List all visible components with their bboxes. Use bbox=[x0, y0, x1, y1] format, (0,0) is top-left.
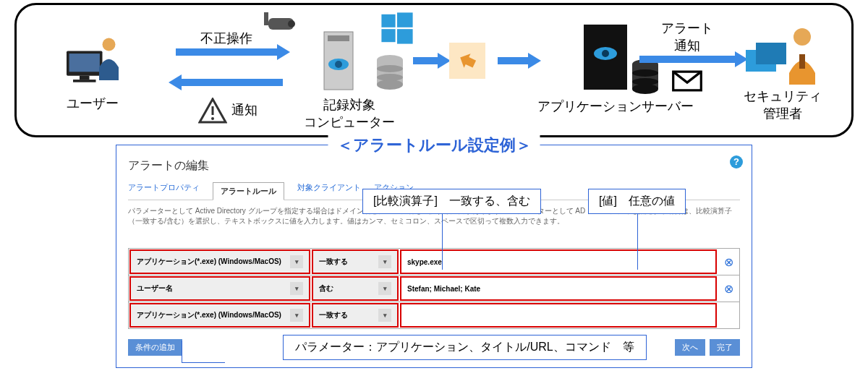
svg-rect-15 bbox=[328, 35, 349, 41]
node-user: ユーザー bbox=[60, 28, 125, 112]
done-button[interactable]: 完了 bbox=[710, 339, 740, 356]
user-icon bbox=[60, 28, 125, 93]
callout-value: [値] 任意の値 bbox=[588, 189, 686, 214]
svg-rect-11 bbox=[397, 12, 413, 27]
chevron-down-icon: ▾ bbox=[378, 255, 391, 268]
appserver-label: アプリケーションサーバー bbox=[537, 98, 694, 115]
warning-icon bbox=[198, 98, 227, 124]
callout-line bbox=[637, 212, 638, 270]
svg-point-20 bbox=[377, 80, 403, 90]
operator-select[interactable]: 一致する▾ bbox=[312, 303, 399, 328]
callout-operator: [比較演算子] 一致する、含む bbox=[362, 189, 541, 214]
callout-line bbox=[182, 362, 225, 363]
tab-properties[interactable]: アラートプロパティ bbox=[128, 182, 200, 195]
arrow-mid1 bbox=[407, 57, 443, 64]
svg-rect-3 bbox=[73, 80, 96, 82]
svg-rect-10 bbox=[381, 14, 395, 27]
operator-select[interactable]: 一致する▾ bbox=[312, 249, 399, 274]
chevron-down-icon: ▾ bbox=[290, 255, 303, 268]
callout-line bbox=[182, 341, 182, 362]
node-target-computer: 記録対象 コンピューター bbox=[299, 15, 400, 131]
svg-point-6 bbox=[211, 117, 214, 120]
rule-row: アプリケーション(*.exe) (Windows/MacOS)▾ 一致する▾ s… bbox=[129, 249, 739, 275]
param-select[interactable]: アプリケーション(*.exe) (Windows/MacOS)▾ bbox=[129, 249, 310, 274]
server-icon bbox=[580, 21, 631, 93]
editor-section: ＜アラートルール設定例＞ アラートの編集 ? アラートプロパティ アラートルール… bbox=[116, 145, 752, 368]
param-select[interactable]: アプリケーション(*.exe) (Windows/MacOS)▾ bbox=[129, 303, 310, 328]
windows-icon bbox=[380, 11, 414, 46]
user-label: ユーザー bbox=[67, 95, 119, 112]
chevron-down-icon: ▾ bbox=[378, 309, 391, 322]
value-input[interactable]: skype.exe bbox=[400, 249, 717, 274]
svg-point-25 bbox=[602, 50, 609, 57]
svg-rect-2 bbox=[80, 76, 90, 80]
value-input[interactable]: Stefan; Michael; Kate bbox=[400, 276, 717, 301]
mail-icon bbox=[671, 70, 703, 92]
svg-rect-12 bbox=[381, 29, 395, 42]
svg-rect-1 bbox=[69, 54, 100, 72]
arrow-notify bbox=[169, 79, 284, 86]
node-admin: セキュリティ 管理者 bbox=[743, 21, 822, 122]
chevron-down-icon: ▾ bbox=[290, 309, 303, 322]
param-select[interactable]: ユーザー名▾ bbox=[129, 276, 310, 301]
svg-rect-33 bbox=[756, 43, 786, 64]
svg-point-4 bbox=[103, 38, 116, 51]
relay-icon bbox=[449, 43, 485, 79]
delete-rule-button[interactable]: ⊗ bbox=[718, 275, 739, 302]
svg-rect-35 bbox=[799, 54, 805, 69]
svg-point-21 bbox=[377, 65, 403, 72]
editor-footer: 条件の追加 パラメーター：アプリケーション、タイトル/URL、コマンド 等 次へ… bbox=[128, 335, 740, 360]
flow-diagram: ユーザー 不正操作 通知 bbox=[14, 3, 854, 137]
svg-point-8 bbox=[288, 20, 295, 27]
computer-tower-icon bbox=[320, 28, 357, 93]
operator-select[interactable]: 含む▾ bbox=[312, 276, 399, 301]
svg-point-34 bbox=[793, 28, 811, 46]
database-icon bbox=[375, 54, 404, 90]
callout-parameter: パラメーター：アプリケーション、タイトル/URL、コマンド 等 bbox=[283, 335, 646, 360]
alert-editor-window: アラートの編集 ? アラートプロパティ アラートルール 対象クライアント アクシ… bbox=[116, 145, 752, 368]
tab-rules[interactable]: アラートルール bbox=[213, 182, 284, 200]
chevron-down-icon: ▾ bbox=[290, 282, 303, 295]
svg-point-22 bbox=[377, 74, 403, 81]
svg-rect-13 bbox=[397, 29, 413, 43]
callout-line bbox=[442, 212, 443, 270]
value-input[interactable] bbox=[400, 303, 717, 328]
arrow-alert: アラート 通知 bbox=[633, 20, 741, 92]
camera-icon bbox=[263, 12, 306, 41]
add-condition-button[interactable]: 条件の追加 bbox=[128, 339, 182, 356]
svg-rect-9 bbox=[264, 12, 268, 25]
rule-grid: アプリケーション(*.exe) (Windows/MacOS)▾ 一致する▾ s… bbox=[128, 248, 740, 329]
help-icon[interactable]: ? bbox=[730, 155, 743, 168]
arrow-mid2 bbox=[491, 57, 535, 64]
chevron-down-icon: ▾ bbox=[378, 282, 391, 295]
admin-label: セキュリティ 管理者 bbox=[744, 87, 822, 122]
svg-point-17 bbox=[335, 61, 342, 68]
target-label: 記録対象 コンピューター bbox=[304, 96, 395, 131]
warning-group: 通知 bbox=[194, 98, 258, 124]
admin-icon bbox=[743, 21, 822, 86]
delete-rule-button[interactable]: ⊗ bbox=[718, 249, 739, 275]
rule-row: ユーザー名▾ 含む▾ Stefan; Michael; Kate ⊗ bbox=[129, 275, 739, 302]
tab-clients[interactable]: 対象クライアント bbox=[297, 182, 361, 195]
next-button[interactable]: 次へ bbox=[675, 339, 705, 356]
section-title: ＜アラートルール設定例＞ bbox=[328, 134, 540, 156]
rule-row: アプリケーション(*.exe) (Windows/MacOS)▾ 一致する▾ ⊗ bbox=[129, 302, 739, 328]
editor-window-title: アラートの編集 bbox=[128, 158, 740, 174]
